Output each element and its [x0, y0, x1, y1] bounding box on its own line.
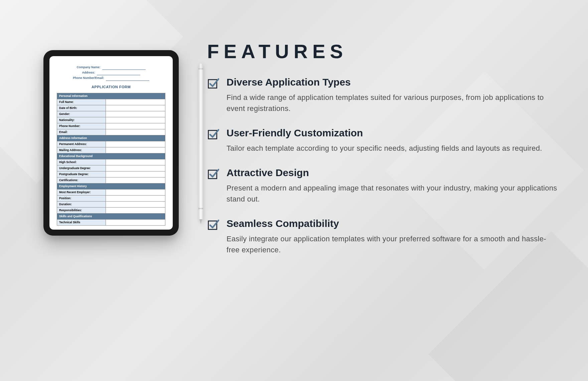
form-section-header: Educational Background	[57, 153, 165, 159]
form-header: Company Name: Address: Phone Number/Emai…	[57, 65, 165, 81]
feature-content: Diverse Application Types Find a wide ra…	[227, 77, 558, 114]
feature-content: User-Friendly Customization Tailor each …	[227, 127, 558, 154]
checkmark-icon	[207, 168, 219, 180]
form-field-row: Permanent Address:	[57, 141, 165, 147]
checkmark-icon	[207, 219, 219, 231]
form-field-row: Email:	[57, 129, 165, 135]
form-field-row: Position:	[57, 195, 165, 201]
form-field-row: High School:	[57, 159, 165, 165]
form-field-row: Postgraduate Degree:	[57, 171, 165, 177]
phone-email-blank	[106, 75, 149, 81]
form-section-header: Employment History	[57, 183, 165, 189]
form-field-row: Technical Skills	[57, 219, 165, 225]
feature-item: Seamless Compatibility Easily integrate …	[207, 218, 558, 255]
application-form-table: Personal InformationFull Name:Date of Bi…	[57, 93, 165, 226]
company-name-blank	[102, 65, 146, 70]
feature-description: Present a modern and appealing image tha…	[227, 182, 558, 205]
checkmark-icon	[207, 77, 219, 89]
form-field-row: Mailing Address:	[57, 147, 165, 153]
form-field-row: Full Name:	[57, 99, 165, 105]
company-name-label: Company Name:	[77, 65, 100, 70]
features-heading: FEATURES	[207, 40, 558, 62]
feature-content: Seamless Compatibility Easily integrate …	[227, 218, 558, 255]
feature-content: Attractive Design Present a modern and a…	[227, 167, 558, 205]
address-label: Address:	[82, 70, 95, 75]
feature-item: Diverse Application Types Find a wide ra…	[207, 77, 558, 114]
feature-title: Attractive Design	[227, 167, 558, 178]
phone-email-label: Phone Number/Email:	[73, 75, 104, 81]
form-field-row: Responsibilities:	[57, 207, 165, 213]
address-blank	[97, 70, 140, 75]
form-field-row: Gender:	[57, 111, 165, 117]
feature-title: User-Friendly Customization	[227, 127, 558, 139]
feature-title: Diverse Application Types	[227, 77, 558, 88]
form-title: APPLICATION FORM	[57, 85, 165, 89]
page-container: Company Name: Address: Phone Number/Emai…	[0, 0, 588, 381]
form-section-header: Address Information	[57, 135, 165, 141]
feature-description: Find a wide range of application templat…	[227, 92, 558, 114]
form-field-row: Phone Number:	[57, 123, 165, 129]
feature-title: Seamless Compatibility	[227, 218, 558, 229]
form-section-header: Skills and Qualifications	[57, 213, 165, 219]
form-field-row: Nationality:	[57, 117, 165, 123]
form-field-row: Duration:	[57, 201, 165, 207]
tablet-screen: Company Name: Address: Phone Number/Emai…	[49, 56, 173, 230]
form-field-row: Date of Birth:	[57, 105, 165, 111]
form-field-row: Certifications:	[57, 177, 165, 183]
checkmark-icon	[207, 128, 219, 140]
tablet-device: Company Name: Address: Phone Number/Emai…	[43, 50, 179, 236]
feature-item: User-Friendly Customization Tailor each …	[207, 127, 558, 154]
features-column: FEATURES Diverse Application Types Find …	[207, 30, 558, 351]
feature-description: Easily integrate our application templat…	[227, 233, 558, 255]
form-field-row: Most Recent Employer:	[57, 189, 165, 195]
form-field-row: Undergraduate Degree:	[57, 165, 165, 171]
tablet-mockup-wrap: Company Name: Address: Phone Number/Emai…	[43, 30, 184, 351]
stylus-pen	[198, 64, 203, 224]
feature-item: Attractive Design Present a modern and a…	[207, 167, 558, 205]
feature-description: Tailor each template according to your s…	[227, 143, 558, 154]
form-section-header: Personal Information	[57, 93, 165, 99]
